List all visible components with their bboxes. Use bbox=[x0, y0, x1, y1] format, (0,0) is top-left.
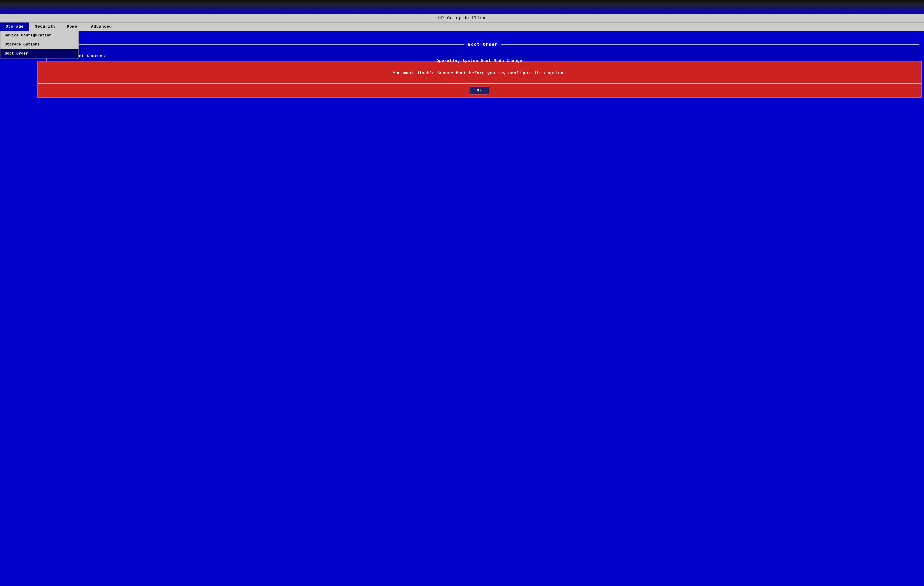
dropdown-item-device-config[interactable]: Device Configuration bbox=[0, 31, 78, 40]
menu-item-security[interactable]: Security bbox=[29, 23, 61, 31]
os-boot-mode-dialog: Operating System Boot Mode Change You mu… bbox=[37, 61, 922, 98]
dialog-message: You must disable Secure Boot before you … bbox=[38, 66, 921, 83]
screen-top-edge bbox=[0, 0, 924, 14]
uefi-boot-sources-label: UEFI Boot Sources bbox=[61, 54, 912, 58]
boot-order-title-bar: Boot Order bbox=[47, 42, 919, 47]
dropdown-item-storage-options[interactable]: Storage Options bbox=[0, 40, 78, 49]
dialog-title: Operating System Boot Mode Change bbox=[433, 59, 526, 63]
menu-item-power[interactable]: Power bbox=[61, 23, 86, 31]
dialog-footer: OK bbox=[38, 83, 921, 97]
dialog-title-line-left bbox=[38, 61, 433, 61]
storage-dropdown-menu: Device ConfigurationStorage OptionsBoot … bbox=[0, 31, 79, 58]
dialog-title-bar: Operating System Boot Mode Change bbox=[38, 59, 921, 63]
dialog-overlay: Operating System Boot Mode Change You mu… bbox=[37, 61, 922, 98]
boot-order-title-line-right bbox=[502, 44, 919, 45]
title-bar: HP Setup Utility bbox=[0, 14, 924, 22]
menu-bar: StorageSecurityPowerAdvanced bbox=[0, 22, 924, 31]
app-title: HP Setup Utility bbox=[438, 16, 486, 20]
menu-item-advanced[interactable]: Advanced bbox=[86, 23, 117, 31]
boot-order-title: Boot Order bbox=[464, 42, 502, 47]
boot-order-title-line-left bbox=[47, 44, 464, 45]
main-content: Device ConfigurationStorage OptionsBoot … bbox=[0, 31, 924, 586]
dropdown-item-boot-order[interactable]: Boot Order bbox=[0, 49, 78, 58]
menu-item-storage[interactable]: Storage bbox=[0, 23, 29, 31]
ok-button[interactable]: OK bbox=[470, 87, 489, 94]
dialog-title-line-right bbox=[526, 61, 921, 61]
